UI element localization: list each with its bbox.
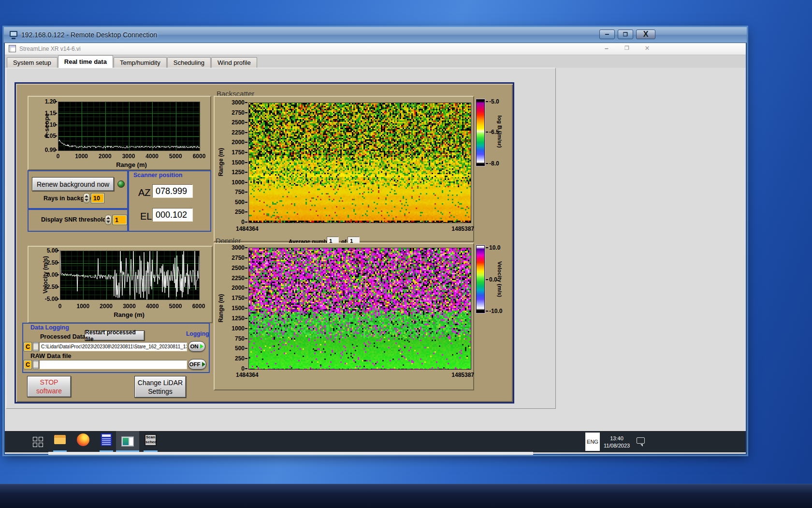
tick-mark: [486, 311, 488, 312]
rdp-maximize-button[interactable]: ❐: [618, 30, 633, 39]
app-close-button[interactable]: ✕: [641, 45, 653, 53]
tab-scheduling[interactable]: Scheduling: [167, 57, 211, 68]
host-taskbar[interactable]: [0, 484, 812, 508]
tick-mark: [486, 132, 488, 133]
raw-drive-box[interactable]: C: [24, 360, 32, 369]
doppler-heatmap: [248, 248, 471, 370]
tick-label: 2000: [222, 139, 245, 146]
spinner-up-icon[interactable]: [85, 195, 88, 197]
document-app-button[interactable]: [101, 433, 112, 446]
tick-label: 2.50: [36, 259, 58, 266]
tick-mark: [486, 101, 488, 102]
restart-processed-file-button[interactable]: Restart processed file: [85, 330, 145, 341]
document-app-icon: [102, 438, 111, 439]
app-titlebar[interactable]: StreamLine XR v14-6.vi – ❐ ✕: [5, 43, 746, 55]
change-lidar-settings-button[interactable]: Change LiDAR Settings: [134, 376, 186, 398]
spinner-down-icon[interactable]: [106, 221, 110, 223]
rdp-minimize-button[interactable]: –: [599, 30, 615, 39]
tick-label: 750: [222, 189, 245, 195]
start-icon: [39, 443, 43, 447]
tick-label: 4000: [143, 153, 162, 160]
language-indicator[interactable]: ENG: [585, 433, 600, 451]
raw-path-field[interactable]: [39, 360, 187, 369]
tick-label: 6000: [189, 153, 209, 160]
rdp-title: 192.168.0.122 - Remote Desktop Connectio…: [21, 31, 157, 39]
tick-label: 5000: [166, 303, 185, 310]
tick-label: 5000: [166, 153, 185, 160]
tab-wind-profile[interactable]: Wind profile: [211, 57, 257, 68]
change-button-line1: Change LiDAR: [138, 378, 183, 387]
tab-temp-humidity[interactable]: Temp/humidity: [114, 57, 167, 68]
stop-button-line1: STOP: [40, 378, 58, 387]
streamline-app-icon: [121, 436, 134, 447]
tick-mark: [57, 286, 59, 287]
tab-real-time-data[interactable]: Real time data: [58, 55, 113, 68]
snr-spinner[interactable]: [105, 215, 112, 225]
rdp-close-button[interactable]: X: [636, 30, 655, 39]
rdp-titlebar[interactable]: 192.168.0.122 - Remote Desktop Connectio…: [4, 27, 747, 43]
spinner-down-icon[interactable]: [85, 199, 88, 201]
processed-drive-box[interactable]: C: [24, 342, 32, 351]
file-explorer-button[interactable]: [54, 434, 66, 446]
tick-mark: [245, 152, 247, 153]
azimuth-value-field[interactable]: 078.999: [152, 184, 193, 198]
tab-system-setup[interactable]: System setup: [7, 57, 58, 68]
streamline-app-taskbar-button[interactable]: [116, 431, 139, 452]
snr-value-field[interactable]: 1: [113, 215, 127, 225]
toggle-off-label: OFF: [189, 361, 201, 367]
tick-mark: [245, 172, 247, 173]
tick-label: 2500: [222, 119, 245, 126]
processed-browse-icon[interactable]: [33, 342, 39, 351]
tick-mark: [55, 101, 57, 102]
stop-software-button[interactable]: STOP software: [27, 376, 71, 397]
document-app-icon: [102, 440, 111, 441]
document-app-icon: [102, 444, 111, 445]
logging-label: Logging: [186, 330, 209, 337]
tick-label: 500: [222, 345, 245, 352]
notification-center-icon[interactable]: [637, 437, 645, 444]
stop-button-line2: software: [36, 387, 62, 395]
document-app-icon: [102, 442, 111, 443]
window-edge-strip: [48, 452, 533, 455]
notification-center-icon-tail: [640, 444, 643, 447]
tick-mark: [245, 192, 247, 193]
raw-browse-icon[interactable]: [33, 360, 39, 369]
tick-label: 1250: [222, 169, 245, 176]
tick-label: 10.0: [489, 244, 508, 251]
rays-spinner[interactable]: [83, 193, 90, 203]
app-minimize-button[interactable]: –: [601, 45, 612, 53]
tick-mark: [57, 250, 59, 251]
raw-logging-toggle[interactable]: OFF: [188, 359, 206, 370]
firefox-button[interactable]: [77, 433, 89, 446]
tick-mark: [55, 135, 57, 136]
tick-label: 0: [50, 303, 70, 310]
azimuth-label: AZ: [138, 187, 151, 198]
processed-path-field[interactable]: C:\Lidar\Data\Proc\2023\202308\20230811\…: [39, 342, 187, 351]
processed-logging-toggle[interactable]: ON: [188, 341, 205, 352]
tick-label: 1000: [222, 179, 245, 186]
app-title: StreamLine XR v14-6.vi: [19, 45, 81, 52]
tick-label: -2.50: [36, 284, 58, 290]
app-maximize-button[interactable]: ❐: [621, 45, 633, 54]
renew-background-button[interactable]: Renew background now: [32, 177, 114, 191]
tick-label: 6000: [189, 303, 208, 310]
remote-desktop-icon: [10, 31, 17, 37]
backscatter-heatmap: [248, 103, 471, 223]
tick-mark: [245, 338, 247, 339]
taskbar-clock[interactable]: 13:40 11/08/2023: [599, 435, 634, 449]
start-button[interactable]: [32, 435, 45, 448]
tab-row: System setupReal time dataTemp/humidityS…: [7, 55, 345, 68]
tick-label: 1750: [222, 295, 245, 301]
rays-value-field[interactable]: 10: [91, 193, 104, 203]
scan-scheduler-button[interactable]: Scan sched: [145, 434, 157, 446]
tick-label: 0: [222, 219, 245, 225]
tick-label: 0: [48, 153, 68, 160]
elevation-value-field[interactable]: 000.102: [152, 208, 193, 222]
tick-mark: [486, 163, 488, 164]
start-icon: [33, 443, 37, 447]
tick-mark: [245, 348, 247, 349]
tick-mark: [245, 202, 247, 203]
taskbar-date: 11/08/2023: [599, 442, 634, 449]
spinner-up-icon[interactable]: [106, 217, 110, 219]
tick-mark: [245, 211, 247, 212]
